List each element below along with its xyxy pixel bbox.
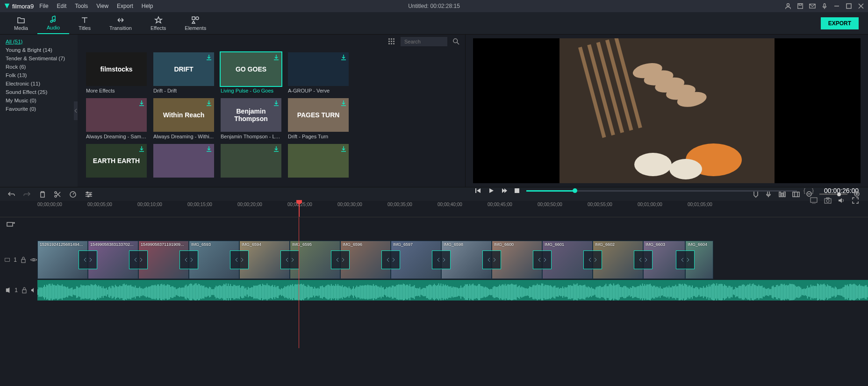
media-item[interactable]: filmstocksMore Effects — [86, 52, 147, 93]
preview-progress[interactable] — [526, 190, 797, 192]
transition-marker[interactable] — [230, 250, 249, 269]
lock-icon[interactable] — [21, 257, 26, 263]
zoom-out-icon[interactable] — [806, 191, 813, 198]
media-item[interactable]: Benjamin ThompsonBenjamin Thompson - Lul… — [221, 98, 281, 139]
media-item[interactable]: Within ReachAlways Dreaming - Withi... — [153, 98, 214, 139]
media-item[interactable]: EARTH EARTH — [86, 144, 147, 179]
svg-rect-594 — [616, 285, 617, 300]
export-button[interactable]: EXPORT — [821, 17, 859, 29]
search-icon[interactable] — [453, 38, 459, 45]
download-icon[interactable] — [206, 54, 212, 61]
transition-marker[interactable] — [381, 250, 400, 269]
mic-icon[interactable] — [821, 3, 828, 9]
transition-marker[interactable] — [129, 250, 148, 269]
media-item[interactable] — [221, 144, 281, 179]
tab-audio[interactable]: Audio — [37, 12, 69, 34]
maximize-icon[interactable] — [846, 3, 852, 9]
menu-export[interactable]: Export — [117, 3, 133, 9]
menu-edit[interactable]: Edit — [57, 3, 67, 9]
download-icon[interactable] — [273, 100, 280, 107]
transition-marker[interactable] — [432, 250, 451, 269]
svg-rect-737 — [774, 287, 775, 297]
transition-marker[interactable] — [280, 250, 299, 269]
sidebar-collapse-handle[interactable] — [74, 101, 78, 120]
svg-rect-148 — [122, 286, 122, 298]
download-icon[interactable] — [206, 146, 212, 152]
download-icon[interactable] — [138, 100, 145, 107]
menu-tools[interactable]: Tools — [75, 3, 88, 9]
transition-marker[interactable] — [179, 250, 198, 269]
sidebar-item[interactable]: Young & Bright (14) — [6, 46, 72, 54]
adjust-icon[interactable] — [85, 191, 93, 198]
sidebar-item[interactable]: Folk (13) — [6, 71, 72, 79]
download-icon[interactable] — [273, 146, 280, 152]
media-item[interactable]: PAGES TURNDrift - Pages Turn — [288, 98, 349, 139]
prev-frame-button[interactable] — [475, 187, 481, 194]
menu-help[interactable]: Help — [142, 3, 153, 9]
audio-clip[interactable]: Living Pulse - Go Goes — [37, 280, 868, 300]
timeline-ruler[interactable]: 00;00;00;0000;00;05;0000;00;10;0000;00;1… — [0, 201, 868, 217]
render-icon[interactable] — [792, 192, 800, 197]
playhead[interactable] — [299, 201, 300, 217]
media-item[interactable]: Always Dreaming - Same... — [86, 98, 147, 139]
add-track-button[interactable] — [7, 221, 15, 228]
media-item[interactable] — [153, 144, 214, 179]
media-item[interactable]: GO GOESLiving Pulse - Go Goes — [221, 52, 281, 93]
redo-icon[interactable] — [23, 191, 31, 198]
media-item[interactable]: DRIFTDrift - Drift — [153, 52, 214, 93]
marker-icon[interactable] — [753, 191, 759, 198]
sidebar-item[interactable]: Favourite (0) — [6, 105, 72, 113]
play-forward-button[interactable] — [501, 187, 508, 194]
download-icon[interactable] — [273, 54, 280, 61]
minimize-icon[interactable] — [833, 3, 840, 9]
sidebar-item[interactable]: Sound Effect (25) — [6, 88, 72, 96]
mixer-icon[interactable] — [778, 191, 786, 198]
visibility-icon[interactable] — [30, 257, 37, 262]
download-icon[interactable] — [340, 146, 347, 152]
grid-view-icon[interactable] — [388, 38, 395, 45]
download-icon[interactable] — [206, 100, 212, 107]
transition-marker[interactable] — [583, 250, 602, 269]
download-icon[interactable] — [340, 54, 347, 61]
mail-icon[interactable] — [809, 3, 816, 9]
media-item[interactable] — [288, 144, 349, 179]
undo-icon[interactable] — [7, 191, 15, 198]
sidebar-item[interactable]: Tender & Sentimental (7) — [6, 54, 72, 63]
tab-media[interactable]: Media — [5, 12, 37, 34]
lock-icon[interactable] — [22, 287, 27, 293]
mute-icon[interactable] — [31, 287, 37, 293]
transition-marker[interactable] — [79, 250, 97, 269]
tab-transition[interactable]: Transition — [100, 12, 141, 34]
transition-marker[interactable] — [533, 250, 552, 269]
sidebar-item[interactable]: Rock (6) — [6, 63, 72, 71]
stop-button[interactable] — [514, 188, 520, 193]
speed-icon[interactable] — [69, 191, 77, 198]
sidebar-item[interactable]: My Music (0) — [6, 96, 72, 105]
svg-rect-516 — [529, 286, 530, 298]
menu-file[interactable]: File — [39, 3, 48, 9]
sidebar-item[interactable]: Electronic (11) — [6, 79, 72, 88]
media-item[interactable]: A-GROUP - Verve — [288, 52, 349, 93]
search-input[interactable] — [401, 37, 447, 46]
download-icon[interactable] — [138, 146, 145, 152]
zoom-in-icon[interactable] — [854, 191, 861, 198]
save-icon[interactable] — [797, 3, 803, 9]
tab-effects[interactable]: Effects — [141, 12, 175, 34]
tab-titles[interactable]: Titles — [69, 12, 100, 34]
transition-marker[interactable] — [676, 250, 695, 269]
menu-view[interactable]: View — [96, 3, 108, 9]
play-button[interactable] — [488, 187, 495, 194]
close-icon[interactable] — [858, 3, 864, 9]
svg-rect-727 — [763, 288, 764, 297]
tab-elements[interactable]: Elements — [175, 12, 215, 34]
zoom-slider[interactable] — [819, 193, 847, 195]
transition-marker[interactable] — [482, 250, 501, 269]
split-icon[interactable] — [54, 191, 61, 198]
delete-icon[interactable] — [39, 191, 46, 198]
transition-marker[interactable] — [331, 250, 350, 269]
record-icon[interactable] — [765, 191, 772, 198]
transition-marker[interactable] — [634, 250, 653, 269]
user-icon[interactable] — [785, 3, 791, 9]
sidebar-item[interactable]: All (51) — [6, 37, 72, 46]
download-icon[interactable] — [340, 100, 347, 107]
